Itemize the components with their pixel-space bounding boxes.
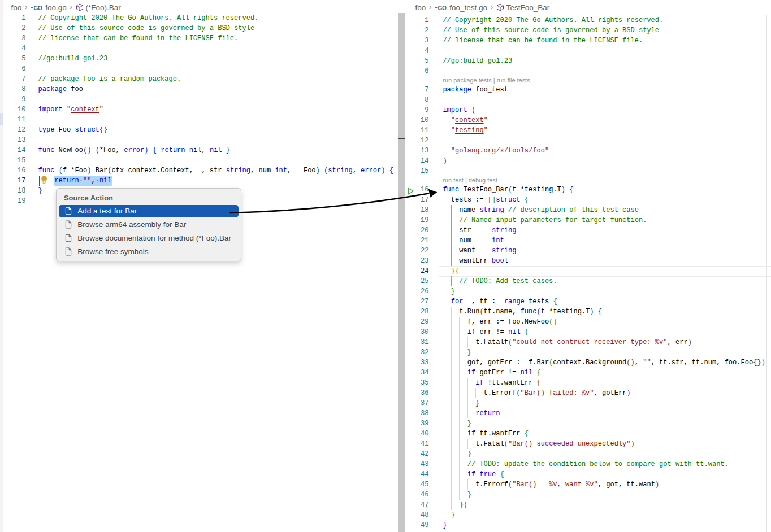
svg-text:GO: GO: [34, 5, 42, 10]
svg-text:GO: GO: [438, 5, 447, 10]
